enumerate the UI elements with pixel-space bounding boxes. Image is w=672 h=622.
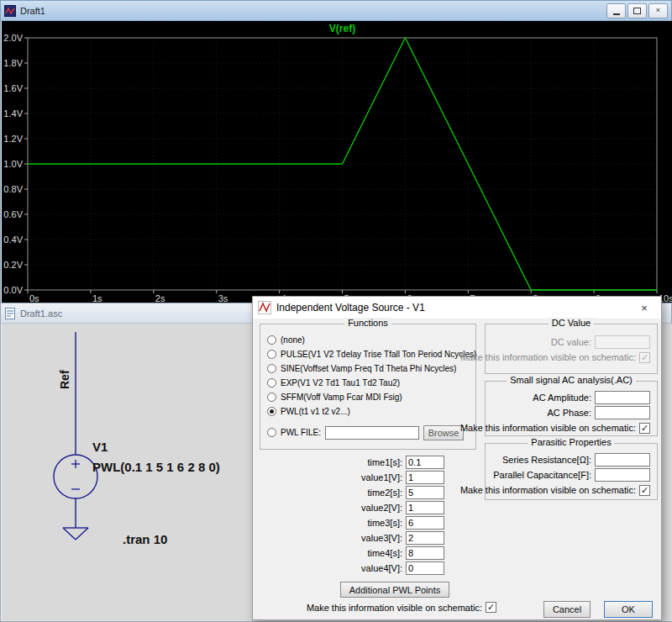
time4-label: time4[s]:: [261, 548, 406, 558]
time4-input[interactable]: [406, 546, 444, 560]
waveform-titlebar[interactable]: Draft1 ×: [1, 1, 671, 21]
radio-pwl-file[interactable]: PWL FILE: Browse: [267, 425, 474, 440]
close-button[interactable]: ×: [648, 3, 668, 18]
parallel-capacitance-row: Parallel Capacitance[F]:: [486, 467, 657, 482]
ground-icon[interactable]: [63, 528, 88, 540]
time2-input[interactable]: [406, 486, 444, 499]
dialog-close-button[interactable]: ×: [633, 299, 656, 316]
radio-exp[interactable]: EXP(V1 V2 Td1 Tau1 Td2 Tau2): [267, 376, 474, 390]
waveform-window: Draft1 × 0s1s2s3s4s5s6s7s8s9s10s2.0V1.8V…: [0, 0, 672, 304]
functions-radio-list: (none) PULSE(V1 V2 Tdelay Trise Tfall To…: [267, 333, 474, 440]
dc-visible-label: Make this information visible on schemat…: [460, 352, 636, 362]
parallel-capacitance-input[interactable]: [595, 468, 650, 482]
parasitic-group: Parasitic Properties Series Resistance[Ω…: [485, 443, 658, 500]
radio-pwl-file-icon: [267, 428, 276, 437]
radio-pwl-label: PWL(t1 v1 t2 v2...): [281, 407, 350, 416]
radio-pwl[interactable]: PWL(t1 v1 t2 v2...): [267, 404, 474, 419]
radio-none-icon: [267, 335, 276, 345]
svg-text:2.0V: 2.0V: [3, 33, 23, 43]
pwl-row-value2: value2[V]:: [261, 500, 476, 515]
cancel-button[interactable]: Cancel: [543, 601, 591, 618]
time1-label: time1[s]:: [261, 457, 406, 467]
time1-input[interactable]: [406, 456, 444, 469]
minimize-button[interactable]: [606, 3, 626, 18]
time2-label: time2[s]:: [261, 488, 406, 498]
ac-phase-input[interactable]: [595, 406, 650, 419]
plus-icon: [71, 460, 80, 468]
ac-amplitude-label: AC Amplitude:: [533, 393, 591, 403]
radio-pulse[interactable]: PULSE(V1 V2 Tdelay Trise Tfall Ton Perio…: [267, 347, 474, 361]
voltage-source-dialog: Independent Voltage Source - V1 × Functi…: [252, 296, 662, 620]
value3-input[interactable]: [406, 531, 444, 545]
ltspice-icon: [258, 301, 271, 314]
pwl-visible-checkbox[interactable]: [486, 602, 496, 613]
svg-text:0.6V: 0.6V: [3, 209, 23, 219]
dialog-title: Independent Voltage Source - V1: [276, 302, 425, 314]
dc-value-group: DC Value DC value: Make this information…: [485, 324, 658, 374]
time3-input[interactable]: [406, 516, 444, 530]
restore-button[interactable]: [627, 3, 647, 18]
spice-directive[interactable]: .tran 10: [123, 532, 167, 546]
component-value[interactable]: PWL(0.1 1 5 1 6 2 8 0): [92, 460, 220, 474]
svg-text:1.0V: 1.0V: [3, 159, 23, 169]
ac-analysis-group-title: Small signal AC analysis(.AC): [507, 375, 636, 385]
value4-label: value4[V]:: [261, 563, 406, 573]
svg-text:1.8V: 1.8V: [3, 58, 23, 68]
value1-input[interactable]: [406, 471, 444, 484]
series-resistance-input[interactable]: [595, 453, 650, 466]
waveform-plot[interactable]: 0s1s2s3s4s5s6s7s8s9s10s2.0V1.8V1.6V1.4V1…: [2, 21, 672, 303]
pwl-row-time2: time2[s]:: [261, 485, 476, 500]
parasitic-visible-checkbox[interactable]: [639, 485, 650, 496]
svg-text:0.8V: 0.8V: [3, 184, 23, 194]
ok-button[interactable]: OK: [604, 601, 653, 618]
dc-value-row: DC value:: [486, 335, 657, 350]
svg-text:1.4V: 1.4V: [3, 108, 23, 119]
radio-exp-label: EXP(V1 V2 Td1 Tau1 Td2 Tau2): [281, 378, 400, 387]
radio-pwl-icon: [267, 407, 276, 416]
pwl-row-time4: time4[s]:: [261, 546, 476, 561]
value2-label: value2[V]:: [261, 503, 406, 513]
radio-sffm-icon: [267, 393, 276, 402]
waveform-app-icon: [4, 5, 16, 17]
restore-icon: [633, 8, 641, 14]
series-resistance-label: Series Resistance[Ω]:: [502, 455, 591, 465]
svg-text:V(ref): V(ref): [329, 23, 355, 34]
browse-button[interactable]: Browse: [423, 425, 464, 440]
dialog-titlebar[interactable]: Independent Voltage Source - V1 ×: [253, 297, 661, 319]
pwl-visible-label: Make this information visible on schemat…: [307, 603, 482, 613]
ac-amplitude-input[interactable]: [595, 391, 650, 404]
ac-visible-checkbox[interactable]: [639, 423, 650, 434]
svg-text:0.2V: 0.2V: [3, 260, 23, 270]
radio-sine[interactable]: SINE(Voffset Vamp Freq Td Theta Phi Ncyc…: [267, 361, 474, 376]
parasitic-group-title: Parasitic Properties: [528, 437, 614, 447]
ac-phase-label: AC Phase:: [547, 408, 591, 418]
pwl-row-value4: value4[V]:: [261, 561, 476, 576]
schematic-doc-icon: [4, 308, 16, 319]
radio-none[interactable]: (none): [267, 333, 474, 347]
ac-amplitude-row: AC Amplitude:: [486, 390, 657, 405]
pwl-row-time3: time3[s]:: [261, 515, 476, 530]
window-controls: ×: [606, 3, 668, 18]
value4-input[interactable]: [406, 561, 444, 575]
additional-pwl-points-button[interactable]: Additional PWL Points: [340, 582, 449, 598]
value2-input[interactable]: [406, 501, 444, 514]
value3-label: value3[V]:: [261, 533, 406, 543]
ac-phase-row: AC Phase:: [486, 405, 657, 420]
pwl-row-time1: time1[s]:: [261, 455, 476, 470]
pwl-row-value1: value1[V]:: [261, 470, 476, 485]
svg-text:0.0V: 0.0V: [3, 285, 23, 295]
svg-text:1.2V: 1.2V: [3, 134, 23, 144]
dc-value-input[interactable]: [595, 335, 650, 349]
radio-none-label: (none): [281, 335, 305, 345]
dc-visible-row: Make this information visible on schemat…: [486, 350, 657, 365]
time3-label: time3[s]:: [261, 518, 406, 528]
component-name[interactable]: V1: [92, 440, 108, 454]
radio-pwl-file-label: PWL FILE:: [281, 428, 321, 437]
radio-sffm[interactable]: SFFM(Voff Vamp Fcar MDI Fsig): [267, 390, 474, 404]
radio-pulse-label: PULSE(V1 V2 Tdelay Trise Tfall Ton Perio…: [281, 350, 476, 359]
minimize-icon: [613, 13, 620, 15]
net-label[interactable]: Ref: [58, 370, 71, 389]
functions-group: Functions (none) PULSE(V1 V2 Tdelay Tris…: [260, 324, 476, 450]
pwl-file-input[interactable]: [325, 426, 419, 440]
svg-text:1.6V: 1.6V: [3, 83, 23, 93]
